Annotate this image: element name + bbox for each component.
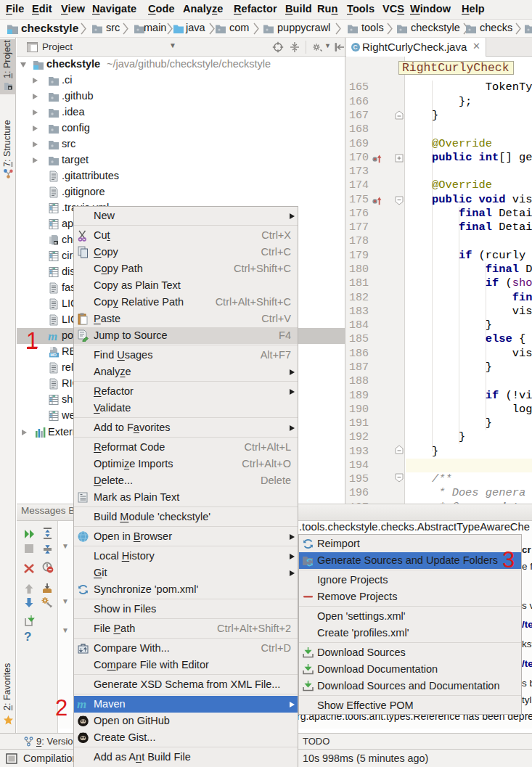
svg-text:m: m [48,330,57,342]
svg-text:MD: MD [50,353,57,357]
svg-text:C: C [353,44,357,51]
svg-text:m: m [77,698,86,710]
